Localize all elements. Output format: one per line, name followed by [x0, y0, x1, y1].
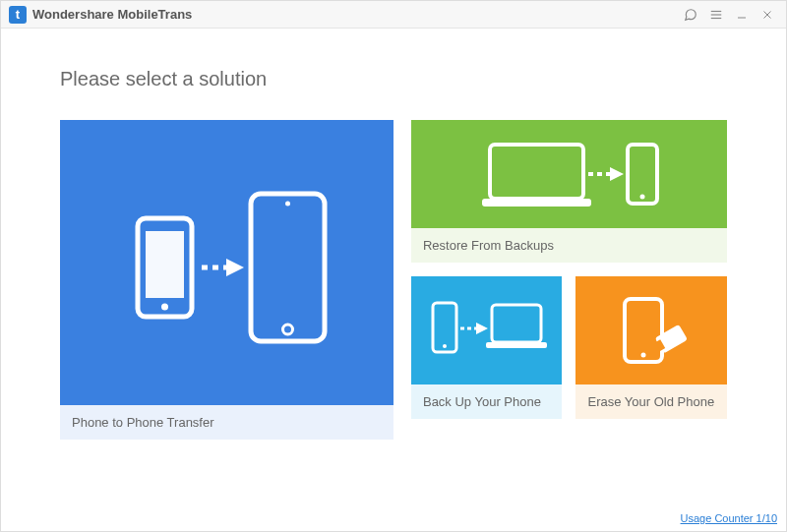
svg-point-13 [283, 325, 293, 334]
tile-backup-label: Back Up Your Phone [411, 384, 563, 419]
svg-rect-15 [482, 199, 591, 207]
close-button[interactable] [757, 4, 778, 26]
svg-marker-17 [610, 167, 624, 181]
tile-restore[interactable]: Restore From Backups [411, 120, 727, 263]
tile-phone-to-phone[interactable]: Phone to Phone Transfer [60, 120, 394, 440]
tile-backup[interactable]: Back Up Your Phone [411, 276, 563, 419]
svg-marker-23 [476, 323, 488, 334]
svg-rect-25 [486, 342, 547, 348]
erase-icon [575, 276, 727, 384]
footer: Usage Counter 1/10 [681, 508, 777, 526]
svg-rect-14 [490, 145, 583, 199]
feedback-icon[interactable] [680, 4, 701, 26]
tile-restore-label: Restore From Backups [411, 228, 727, 263]
svg-rect-24 [492, 305, 541, 342]
svg-rect-11 [251, 194, 325, 341]
minimize-button[interactable] [731, 4, 753, 26]
svg-point-19 [640, 195, 645, 200]
svg-point-12 [285, 202, 290, 207]
svg-point-27 [641, 353, 646, 358]
svg-point-21 [443, 344, 447, 348]
titlebar: t Wondershare MobileTrans [1, 1, 786, 29]
phone-to-phone-icon [60, 120, 394, 405]
svg-rect-7 [146, 231, 184, 298]
app-title: Wondershare MobileTrans [32, 7, 192, 22]
app-logo-icon: t [9, 6, 27, 24]
tile-erase[interactable]: Erase Your Old Phone [575, 276, 727, 419]
page-heading: Please select a solution [60, 68, 727, 90]
svg-rect-26 [625, 299, 662, 362]
backup-icon [411, 276, 563, 384]
menu-icon[interactable] [705, 4, 727, 26]
main-content: Please select a solution [1, 29, 786, 440]
tile-phone-to-phone-label: Phone to Phone Transfer [60, 405, 394, 440]
restore-icon [411, 120, 727, 228]
tile-erase-label: Erase Your Old Phone [575, 384, 727, 419]
svg-point-8 [161, 304, 168, 311]
usage-counter-link[interactable]: Usage Counter 1/10 [681, 512, 777, 524]
svg-marker-10 [226, 259, 244, 276]
